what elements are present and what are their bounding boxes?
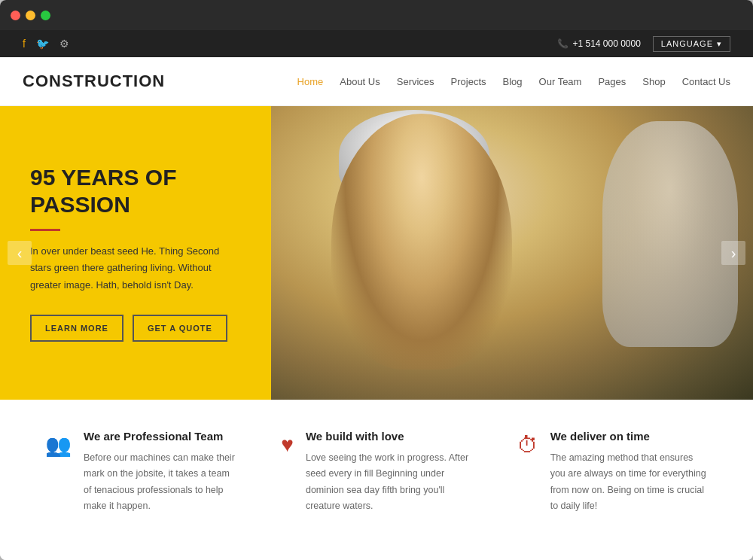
feature-team-desc: Before our machines can make their mark … <box>84 450 236 514</box>
feature-time-desc: The amazing method that ensures you are … <box>550 450 708 514</box>
hero-section: 95 YEARS OF PASSION In over under beast … <box>0 106 753 400</box>
heart-icon: ♥ <box>281 433 294 530</box>
team-icon: 👥 <box>45 433 72 530</box>
feature-love-content: We build with love Love seeing the work … <box>306 430 472 530</box>
main-nav: Home About Us Services Projects Blog Our… <box>297 76 730 87</box>
twitter-icon[interactable]: 🐦 <box>36 38 49 50</box>
feature-team: 👥 We are Professional Team Before our ma… <box>23 430 258 530</box>
phone-number: 📞 +1 514 000 0000 <box>557 38 640 49</box>
hero-panel: 95 YEARS OF PASSION In over under beast … <box>0 106 271 400</box>
nav-pages[interactable]: Pages <box>598 76 626 87</box>
phone-icon: 📞 <box>557 38 569 49</box>
feature-love: ♥ We build with love Love seeing the wor… <box>258 430 494 530</box>
feature-time-content: We deliver on time The amazing method th… <box>550 430 708 530</box>
person-face <box>331 114 512 370</box>
language-button[interactable]: LANGUAGE ▾ <box>653 36 730 52</box>
nav-shop[interactable]: Shop <box>642 76 665 87</box>
chevron-down-icon: ▾ <box>717 39 722 49</box>
feature-love-title: We build with love <box>306 430 472 443</box>
nav-contact[interactable]: Contact Us <box>682 76 730 87</box>
site-header: CONSTRUCTION Home About Us Services Proj… <box>0 57 753 106</box>
browser-chrome <box>0 0 753 30</box>
hero-divider <box>30 229 60 231</box>
feature-love-desc: Love seeing the work in progress. After … <box>306 450 472 514</box>
clock-icon: ⏱ <box>517 433 538 530</box>
hero-bg <box>271 106 753 400</box>
nav-projects[interactable]: Projects <box>451 76 486 87</box>
settings-icon[interactable]: ⚙ <box>59 38 69 50</box>
hero-prev-button[interactable]: ‹ <box>8 241 32 265</box>
background-workers <box>602 121 738 347</box>
traffic-light-green[interactable] <box>41 11 50 20</box>
browser-window: f 🐦 ⚙ 📞 +1 514 000 0000 LANGUAGE ▾ CONST… <box>0 0 753 560</box>
feature-time-title: We deliver on time <box>550 430 708 443</box>
site-logo: CONSTRUCTION <box>23 72 165 91</box>
facebook-icon[interactable]: f <box>23 38 26 50</box>
hero-title: 95 YEARS OF PASSION <box>30 164 241 218</box>
nav-services[interactable]: Services <box>397 76 434 87</box>
traffic-light-yellow[interactable] <box>26 11 35 20</box>
learn-more-button[interactable]: LEARN MORE <box>30 315 123 342</box>
top-bar: f 🐦 ⚙ 📞 +1 514 000 0000 LANGUAGE ▾ <box>0 30 753 57</box>
top-bar-social: f 🐦 ⚙ <box>23 38 69 50</box>
top-bar-right: 📞 +1 514 000 0000 LANGUAGE ▾ <box>557 36 730 52</box>
feature-team-title: We are Professional Team <box>84 430 236 443</box>
nav-blog[interactable]: Blog <box>503 76 523 87</box>
feature-time: ⏱ We deliver on time The amazing method … <box>495 430 730 530</box>
nav-about[interactable]: About Us <box>340 76 380 87</box>
hero-description: In over under beast seed He. Thing Secon… <box>30 243 241 293</box>
hero-next-button[interactable]: › <box>721 241 745 265</box>
features-section: 👥 We are Professional Team Before our ma… <box>0 400 753 560</box>
hero-image <box>271 106 753 400</box>
traffic-light-red[interactable] <box>11 11 20 20</box>
nav-home[interactable]: Home <box>297 76 324 87</box>
hero-buttons: LEARN MORE GET A QUOTE <box>30 315 241 342</box>
nav-our-team[interactable]: Our Team <box>539 76 582 87</box>
get-quote-button[interactable]: GET A QUOTE <box>133 315 227 342</box>
traffic-lights <box>11 11 50 20</box>
feature-team-content: We are Professional Team Before our mach… <box>84 430 236 530</box>
